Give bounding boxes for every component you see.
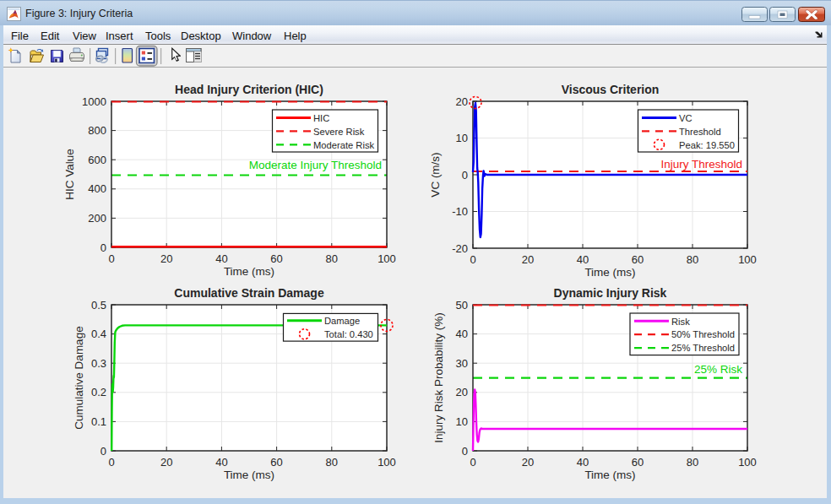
svg-text:Threshold: Threshold — [679, 127, 721, 137]
svg-text:Injury Risk Probability (%): Injury Risk Probability (%) — [432, 312, 445, 443]
svg-text:0: 0 — [100, 445, 106, 458]
svg-text:60: 60 — [632, 253, 644, 266]
svg-text:HIC: HIC — [313, 113, 329, 123]
svg-text:HIC Value: HIC Value — [63, 149, 76, 200]
svg-text:Risk: Risk — [671, 317, 690, 327]
svg-text:Viscous Criterion: Viscous Criterion — [562, 83, 660, 96]
svg-text:0.1: 0.1 — [91, 415, 106, 428]
svg-text:80: 80 — [687, 456, 698, 469]
svg-text:10: 10 — [456, 132, 468, 144]
svg-text:100: 100 — [738, 456, 757, 469]
svg-text:0: 0 — [470, 456, 475, 469]
svg-text:40: 40 — [456, 328, 468, 340]
svg-text:60: 60 — [270, 252, 282, 265]
svg-text:0: 0 — [462, 169, 468, 182]
svg-text:20: 20 — [456, 95, 468, 108]
svg-text:40: 40 — [577, 253, 589, 266]
svg-text:Time (ms): Time (ms) — [224, 265, 274, 278]
svg-text:20: 20 — [522, 456, 534, 469]
svg-text:60: 60 — [632, 456, 644, 469]
svg-text:0.3: 0.3 — [91, 357, 106, 370]
svg-text:0.4: 0.4 — [91, 328, 106, 340]
svg-text:0: 0 — [462, 445, 468, 458]
svg-text:Time (ms): Time (ms) — [224, 469, 274, 481]
svg-text:Head Injury Criterion (HIC): Head Injury Criterion (HIC) — [175, 83, 323, 96]
svg-text:40: 40 — [215, 252, 227, 265]
svg-text:0: 0 — [108, 252, 114, 265]
svg-text:0.2: 0.2 — [91, 386, 106, 398]
svg-text:20: 20 — [456, 386, 468, 398]
svg-text:Moderate Injury Threshold: Moderate Injury Threshold — [249, 159, 382, 171]
svg-text:Cumulative Strain Damage: Cumulative Strain Damage — [174, 286, 324, 300]
svg-text:25% Risk: 25% Risk — [694, 363, 742, 376]
svg-text:Time (ms): Time (ms) — [584, 266, 635, 279]
svg-text:VC: VC — [679, 113, 692, 123]
svg-text:Moderate Risk: Moderate Risk — [313, 140, 375, 150]
svg-text:-10: -10 — [452, 205, 468, 218]
svg-text:80: 80 — [326, 456, 338, 469]
svg-text:Injury Threshold: Injury Threshold — [660, 158, 742, 171]
svg-text:100: 100 — [738, 253, 757, 266]
svg-text:0: 0 — [108, 456, 114, 469]
svg-text:1000: 1000 — [82, 95, 106, 108]
svg-text:200: 200 — [88, 212, 106, 225]
svg-text:100: 100 — [377, 252, 396, 265]
svg-text:Dynamic Injury Risk: Dynamic Injury Risk — [554, 286, 667, 300]
svg-text:Time (ms): Time (ms) — [584, 469, 635, 481]
svg-text:20: 20 — [160, 252, 172, 265]
svg-text:0: 0 — [470, 253, 475, 266]
svg-text:400: 400 — [88, 182, 106, 195]
svg-text:100: 100 — [377, 456, 396, 469]
svg-text:-20: -20 — [452, 242, 468, 255]
svg-text:0.5: 0.5 — [91, 299, 106, 312]
svg-text:10: 10 — [456, 415, 468, 428]
svg-text:600: 600 — [88, 154, 106, 166]
svg-text:60: 60 — [270, 456, 282, 469]
svg-text:80: 80 — [326, 252, 338, 265]
svg-text:Cumulative Damage: Cumulative Damage — [73, 326, 85, 429]
svg-text:0: 0 — [100, 241, 106, 254]
svg-text:50% Threshold: 50% Threshold — [671, 329, 735, 339]
svg-text:40: 40 — [577, 456, 589, 469]
svg-text:VC (m/s): VC (m/s) — [429, 152, 442, 197]
svg-text:20: 20 — [160, 456, 172, 469]
svg-text:20: 20 — [522, 253, 534, 266]
svg-text:Peak: 19.550: Peak: 19.550 — [679, 140, 735, 150]
svg-text:40: 40 — [215, 456, 227, 469]
svg-text:Severe Risk: Severe Risk — [313, 127, 365, 137]
svg-text:Damage: Damage — [324, 316, 360, 326]
svg-text:Total: 0.430: Total: 0.430 — [324, 329, 373, 339]
svg-text:50: 50 — [456, 299, 468, 312]
svg-text:30: 30 — [456, 357, 468, 370]
svg-text:800: 800 — [88, 124, 106, 137]
svg-text:25% Threshold: 25% Threshold — [671, 343, 735, 353]
svg-text:80: 80 — [687, 253, 698, 266]
